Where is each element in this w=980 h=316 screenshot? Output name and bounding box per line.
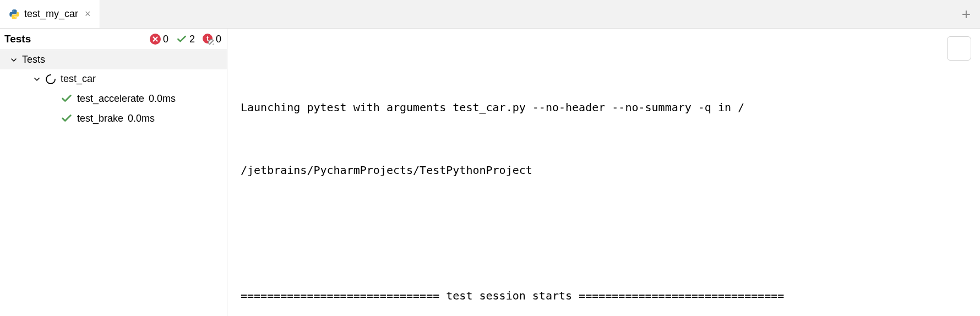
reload-icon — [926, 29, 980, 80]
chevron-down-icon — [10, 56, 18, 64]
tree-test-time: 0.0ms — [149, 93, 176, 105]
console-line: ============================== test sess… — [241, 285, 971, 306]
ignored-stat[interactable]: t 0 — [203, 34, 221, 45]
passed-icon — [176, 34, 187, 45]
close-tab-icon[interactable]: × — [85, 8, 91, 20]
tests-header: Tests 0 — [0, 29, 227, 50]
failed-stat[interactable]: 0 — [150, 34, 168, 45]
add-tab-button[interactable]: + — [952, 0, 980, 28]
svg-text:t: t — [206, 35, 209, 42]
tree-root-label: Tests — [22, 54, 45, 66]
console-line: Launching pytest with arguments test_car… — [241, 97, 971, 118]
tree-test-time: 0.0ms — [128, 113, 155, 124]
failed-count: 0 — [163, 34, 168, 45]
python-file-icon — [9, 9, 20, 20]
rerun-button[interactable] — [947, 36, 971, 61]
chevron-down-icon — [33, 75, 41, 83]
tests-panel: Tests 0 — [0, 29, 227, 316]
running-icon — [45, 74, 56, 85]
tree-test-label: test_brake — [77, 113, 123, 124]
check-icon — [61, 92, 73, 105]
tests-title: Tests — [4, 33, 31, 45]
passed-count: 2 — [189, 34, 195, 45]
ignored-count: 0 — [216, 34, 221, 45]
console-line: /jetbrains/PycharmProjects/TestPythonPro… — [241, 160, 971, 181]
test-tree: Tests test_car test_a — [0, 50, 227, 316]
ignored-icon: t — [203, 34, 214, 45]
tree-test-item[interactable]: test_accelerate 0.0ms — [0, 89, 227, 108]
tab-test-my-car[interactable]: test_my_car × — [0, 0, 100, 28]
tree-module-label: test_car — [61, 73, 96, 85]
failed-icon — [150, 34, 161, 45]
passed-stat[interactable]: 2 — [176, 34, 195, 45]
check-icon — [61, 112, 73, 124]
tab-label: test_my_car — [24, 8, 78, 20]
tree-test-label: test_accelerate — [77, 93, 144, 105]
main-content: Tests 0 — [0, 29, 980, 316]
console-output[interactable]: Launching pytest with arguments test_car… — [227, 29, 980, 316]
tests-stats: 0 2 t — [150, 34, 221, 45]
tree-test-item[interactable]: test_brake 0.0ms — [0, 108, 227, 128]
tab-bar: test_my_car × + — [0, 0, 980, 29]
tree-root[interactable]: Tests — [0, 50, 227, 69]
tree-module[interactable]: test_car — [0, 69, 227, 89]
